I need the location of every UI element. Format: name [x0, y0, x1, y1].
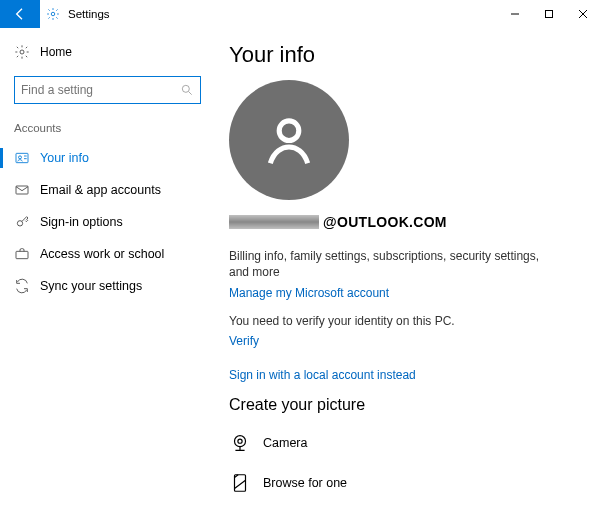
minimize-button[interactable]	[498, 0, 532, 28]
settings-app-icon	[40, 0, 66, 28]
search-input[interactable]	[15, 83, 200, 97]
local-account-link[interactable]: Sign in with a local account instead	[229, 368, 580, 382]
close-button[interactable]	[566, 0, 600, 28]
sidebar-item-label: Sync your settings	[30, 279, 142, 293]
verify-link[interactable]: Verify	[229, 334, 259, 348]
page-title: Your info	[229, 42, 580, 68]
sidebar-item-sync[interactable]: Sync your settings	[0, 270, 215, 302]
camera-option[interactable]: Camera	[229, 428, 580, 468]
redacted-username	[229, 215, 319, 229]
svg-point-10	[235, 436, 246, 447]
home-button[interactable]: Home	[0, 36, 215, 68]
svg-point-0	[51, 12, 55, 16]
account-email-row: @OUTLOOK.COM	[229, 214, 580, 230]
account-email-domain: @OUTLOOK.COM	[323, 214, 447, 230]
sidebar-item-email[interactable]: Email & app accounts	[0, 174, 215, 206]
sidebar-item-your-info[interactable]: Your info	[0, 142, 215, 174]
maximize-button[interactable]	[532, 0, 566, 28]
sidebar-item-signin[interactable]: Sign-in options	[0, 206, 215, 238]
svg-point-9	[279, 121, 299, 141]
sidebar-item-label: Your info	[30, 151, 89, 165]
svg-rect-6	[16, 186, 28, 194]
verify-description: You need to verify your identity on this…	[229, 314, 580, 328]
svg-point-11	[238, 439, 242, 443]
section-header: Accounts	[0, 116, 215, 142]
svg-rect-1	[546, 11, 553, 18]
sidebar-item-label: Email & app accounts	[30, 183, 161, 197]
svg-rect-8	[16, 251, 28, 258]
search-box[interactable]	[14, 76, 201, 104]
main-panel: Your info @OUTLOOK.COM Billing info, fam…	[215, 28, 600, 516]
svg-point-5	[19, 156, 22, 159]
browse-label: Browse for one	[251, 476, 347, 490]
sidebar-item-label: Access work or school	[30, 247, 164, 261]
manage-account-link[interactable]: Manage my Microsoft account	[229, 286, 389, 300]
svg-point-3	[182, 85, 189, 92]
home-label: Home	[30, 45, 72, 59]
svg-point-2	[20, 50, 24, 54]
sidebar-item-label: Sign-in options	[30, 215, 123, 229]
svg-point-7	[17, 221, 22, 226]
titlebar: Settings	[0, 0, 600, 28]
profile-avatar	[229, 80, 349, 200]
back-button[interactable]	[0, 0, 40, 28]
billing-description: Billing info, family settings, subscript…	[229, 248, 559, 280]
search-icon	[180, 83, 194, 100]
sidebar-item-work[interactable]: Access work or school	[0, 238, 215, 270]
sidebar: Home Accounts Your info Email & app acco…	[0, 28, 215, 516]
camera-label: Camera	[251, 436, 307, 450]
svg-rect-12	[235, 475, 246, 492]
window-title: Settings	[66, 0, 110, 28]
picture-heading: Create your picture	[229, 396, 580, 414]
browse-option[interactable]: Browse for one	[229, 468, 580, 508]
